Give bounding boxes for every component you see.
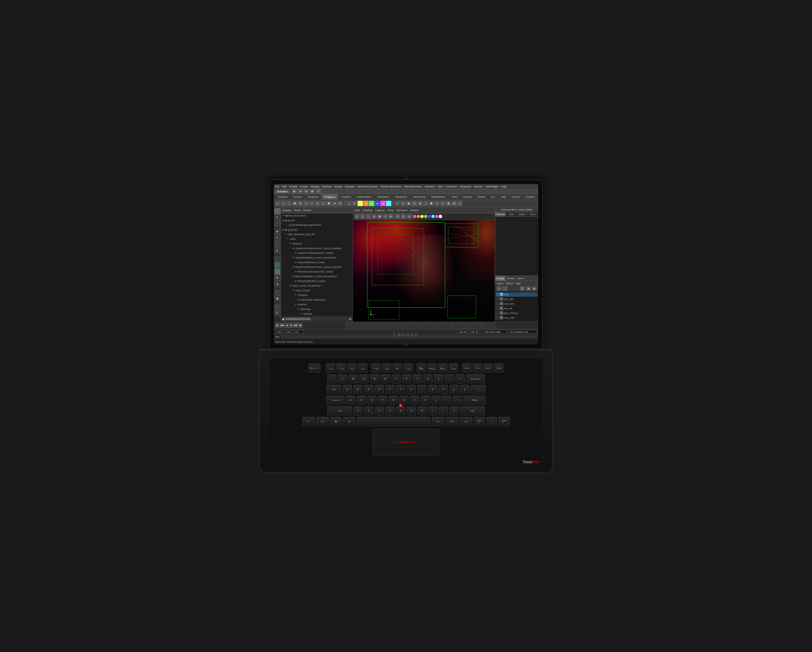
- play-fwd-btn[interactable]: ▶: [289, 323, 293, 328]
- tool-move[interactable]: ✚: [275, 229, 281, 235]
- key-f7[interactable]: ◀F7: [393, 363, 402, 373]
- play-prev-btn[interactable]: ◀◀: [280, 323, 284, 328]
- tool-manip2[interactable]: ⊛: [275, 248, 281, 254]
- viewport-menu-shading[interactable]: Shading: [363, 209, 372, 212]
- tool-rotate[interactable]: ↻: [275, 235, 281, 241]
- key-2[interactable]: @2: [349, 374, 358, 383]
- key-f9[interactable]: 🔇F9: [417, 363, 426, 373]
- menu-geocache[interactable]: Geometry Cache: [357, 185, 377, 188]
- shelf-icon-c5[interactable]: ■: [380, 201, 386, 206]
- tab-deformation[interactable]: Deformation: [354, 194, 374, 199]
- vp-icon-c8[interactable]: [439, 215, 442, 218]
- key-x[interactable]: X: [364, 406, 373, 416]
- outliner-item-lneckside2[interactable]: ★ LNeckSideBottom_Control: [281, 260, 353, 265]
- layer-vis-wall-left[interactable]: V: [496, 307, 499, 310]
- outliner-item-rneck2[interactable]: ★ RNeckFrontTendonCenter_Control: [281, 269, 353, 274]
- layer-item-wall-left[interactable]: V wall_left: [496, 306, 537, 311]
- vp-icon-grid[interactable]: ⊞: [395, 214, 400, 219]
- key-f4[interactable]: ✈F4: [358, 363, 367, 373]
- layer-nav-btn2[interactable]: ▶: [531, 286, 537, 291]
- timeline-ruler[interactable]: 0 15 30 45 60 75 90 105 120 135: [346, 322, 495, 329]
- key-alt-left[interactable]: Alt: [343, 417, 356, 426]
- key-f11[interactable]: 🔊F11: [438, 363, 447, 373]
- key-f2[interactable]: ☀+F2: [337, 363, 346, 373]
- shelf-icon-c2[interactable]: ■: [363, 201, 369, 206]
- key-t[interactable]: T: [385, 385, 395, 394]
- key-s[interactable]: S: [357, 395, 366, 405]
- shelf-icon-extra2[interactable]: ◇: [423, 201, 428, 206]
- key-bracket-l[interactable]: {[: [449, 385, 459, 394]
- key-8[interactable]: *8: [413, 374, 422, 383]
- channel-tab-channels[interactable]: Channels: [495, 212, 506, 216]
- tab-toon[interactable]: Toon: [449, 194, 460, 199]
- shelf-icon-render2[interactable]: ⊡: [400, 201, 406, 206]
- key-backtick[interactable]: ~`: [327, 374, 337, 383]
- shelf-icon-extra7[interactable]: ▨: [452, 201, 457, 206]
- menu-skin[interactable]: Skin: [438, 185, 443, 188]
- tool-cam2[interactable]: ▦: [275, 295, 281, 302]
- outliner-item-rneckside1[interactable]: ★ RNeckSideBottom_Control_NeutralPose: [281, 274, 353, 279]
- shelf-icon-snap1[interactable]: ⬡: [321, 201, 326, 206]
- shelf-icon-snap4[interactable]: ⊞: [337, 201, 343, 206]
- outliner-item-headnull[interactable]: ▼ HeadNull: [281, 293, 353, 298]
- shelf-icon-extra6[interactable]: ▩: [446, 201, 451, 206]
- menu-character[interactable]: Character: [460, 185, 472, 188]
- toolbar-icon-5[interactable]: ⊡: [316, 189, 321, 194]
- outliner-item-group2[interactable]: ▶ ■ g_group2: [281, 228, 353, 232]
- shelf-icon-extra3[interactable]: ⬟: [429, 201, 434, 206]
- vp-icon-hud[interactable]: ⊟: [401, 214, 406, 219]
- key-delete[interactable]: Delete: [494, 363, 504, 373]
- shelf-icon-paint[interactable]: ⬟: [292, 201, 298, 206]
- key-end[interactable]: End: [473, 363, 482, 373]
- key-f6[interactable]: ⟳F6: [382, 363, 391, 373]
- key-semicolon[interactable]: :;: [442, 395, 452, 405]
- key-r[interactable]: R: [375, 385, 384, 394]
- shelf-icon-scale[interactable]: ⤢: [309, 201, 314, 206]
- key-a[interactable]: A: [346, 395, 355, 405]
- layer-vis-wall-back[interactable]: V: [496, 302, 499, 305]
- key-h[interactable]: H: [399, 395, 409, 405]
- shelf-icon-manip[interactable]: ⊛: [315, 201, 320, 206]
- key-z[interactable]: Z: [353, 406, 363, 416]
- vp-icon-orn[interactable]: ⊕: [406, 214, 412, 219]
- menu-skeleton[interactable]: Skeleton: [425, 185, 435, 188]
- layer-item-wall-back[interactable]: V wall_back: [496, 302, 537, 306]
- scroll-track[interactable]: [285, 318, 349, 320]
- shelf-icon-select[interactable]: ⊹: [281, 201, 286, 206]
- tool-select[interactable]: ↖: [275, 208, 281, 214]
- key-m[interactable]: M: [417, 406, 427, 416]
- outliner-item-jawroot[interactable]: ▼ JawRoot: [281, 302, 353, 307]
- shelf-icon-c4[interactable]: ■: [375, 201, 380, 206]
- key-9[interactable]: (9: [423, 374, 433, 383]
- outliner-item-polysurface1[interactable]: ▼ ■ boy:polySurface1: [281, 213, 353, 218]
- layer-vis-misc[interactable]: V: [496, 316, 499, 319]
- key-alt-right[interactable]: Alt: [432, 417, 444, 426]
- toolbar-icon-2[interactable]: ◈: [298, 189, 303, 194]
- scroll-left-btn[interactable]: ◀: [282, 318, 284, 320]
- menu-modify[interactable]: Modify: [290, 185, 298, 188]
- layer-item-misc[interactable]: V hcks_nder: [496, 316, 537, 320]
- tab-ncloth[interactable]: nCloth: [509, 194, 522, 199]
- shelf-icon-c6[interactable]: ■: [386, 201, 391, 206]
- key-ctrl-right[interactable]: Ctrl: [460, 417, 472, 426]
- key-ctrl-left[interactable]: Ctrl: [316, 417, 329, 426]
- outliner-item-actor[interactable]: └─ Actor: [281, 237, 353, 242]
- key-1[interactable]: !1: [338, 374, 347, 383]
- key-minus[interactable]: _-: [445, 374, 454, 383]
- time-end-2[interactable]: 151.35: [469, 330, 480, 334]
- key-4[interactable]: $4: [370, 374, 379, 383]
- shelf-icon-snap3[interactable]: ◈: [332, 201, 337, 206]
- outliner-display[interactable]: Display: [282, 209, 291, 212]
- menu-openflight[interactable]: OpenFlight: [485, 185, 498, 188]
- time-end-1[interactable]: 151.35: [458, 330, 468, 334]
- outliner-item-rneckside2[interactable]: ★ RNeckSideBottom_Control: [281, 279, 353, 283]
- tool-r2[interactable]: [275, 269, 281, 275]
- shelf-icon-render3[interactable]: ▣: [406, 201, 411, 206]
- viewport-menu-view[interactable]: View: [354, 209, 360, 212]
- shelf-icon-c3[interactable]: ■: [369, 201, 374, 206]
- key-equals[interactable]: +=: [455, 374, 465, 383]
- key-u[interactable]: U: [407, 385, 416, 394]
- toolbar-icon-4[interactable]: ▦: [310, 189, 315, 194]
- shelf-icon-extra4[interactable]: ⬠: [434, 201, 440, 206]
- key-home[interactable]: Home: [462, 363, 472, 373]
